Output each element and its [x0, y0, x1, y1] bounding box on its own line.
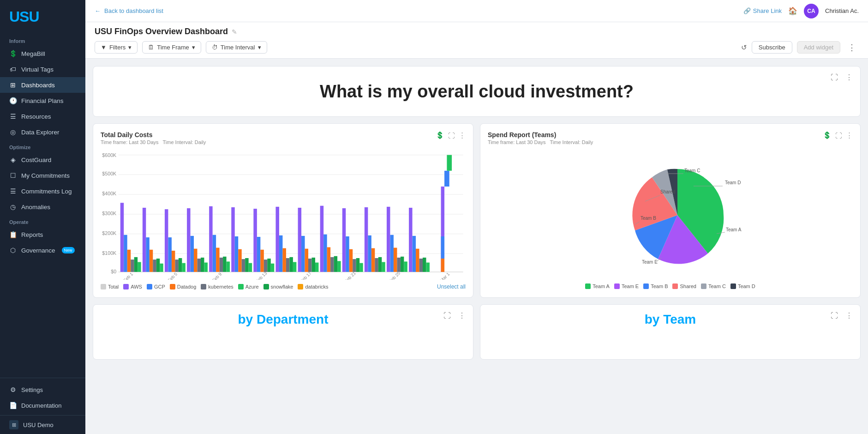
legend-dot-snowflake	[263, 284, 269, 289]
share-link[interactable]: 🔗 Share Link	[743, 7, 782, 14]
legend-item-team-b: Team B	[643, 283, 668, 289]
sidebar-item-dashboards[interactable]: ⊞ Dashboards	[0, 77, 85, 93]
sr-expand-icon[interactable]: ⛶	[835, 132, 842, 139]
svg-text:Feb 5: Feb 5	[167, 271, 178, 280]
legend-label-team-a: Team A	[593, 283, 610, 289]
spend-report-title: Spend Report (Teams)	[488, 131, 593, 139]
team-expand-icon[interactable]: ⛶	[829, 311, 840, 321]
sidebar-item-reports[interactable]: 📋 Reports	[0, 227, 85, 242]
back-to-dashboard[interactable]: ← Back to dashboard list	[95, 7, 163, 14]
refresh-button[interactable]: ↺	[741, 43, 747, 52]
svg-rect-73	[337, 261, 341, 272]
legend-label-gcp: GCP	[154, 284, 165, 289]
legend-item-shared: Shared	[672, 283, 696, 289]
dept-more-icon[interactable]: ⋮	[456, 310, 467, 321]
legend-dot-azure	[238, 284, 244, 289]
hero-card: What is my overall cloud investment? ⛶ ⋮	[93, 66, 861, 117]
svg-rect-15	[124, 235, 127, 272]
svg-rect-18	[134, 257, 138, 272]
demo-icon: ⊞	[9, 420, 18, 429]
timeframe-label: Time Frame	[157, 44, 189, 51]
svg-rect-60	[289, 257, 293, 272]
more-options-button[interactable]: ⋮	[845, 42, 859, 54]
svg-rect-50	[253, 209, 257, 272]
svg-rect-45	[235, 236, 238, 272]
svg-rect-54	[267, 259, 270, 272]
legend-dot-shared	[672, 283, 678, 289]
anomalies-icon: ◷	[9, 203, 17, 211]
sidebar-item-financial-plans[interactable]: 🕐 Financial Plans	[0, 93, 85, 108]
sidebar-item-my-commitments[interactable]: ☐ My Commitments	[0, 168, 85, 183]
svg-rect-83	[375, 258, 378, 272]
home-icon[interactable]: 🏠	[788, 6, 797, 15]
sr-dollar-icon[interactable]: 💲	[823, 131, 832, 139]
tdc-icons: 💲 ⛶ ⋮	[436, 131, 466, 139]
sidebar-label-dashboards: Dashboards	[21, 82, 55, 89]
filter-chevron-icon: ▾	[128, 44, 132, 51]
unselect-all-button[interactable]: Unselect all	[437, 283, 466, 290]
legend-item-team-c: Team C	[701, 283, 726, 289]
sidebar-demo[interactable]: ⊞ USU Demo	[0, 415, 85, 434]
svg-rect-62	[298, 208, 301, 272]
svg-rect-16	[127, 250, 131, 272]
financial-plans-icon: 🕐	[9, 97, 17, 104]
svg-rect-96	[423, 258, 426, 272]
sidebar-item-governance[interactable]: ⬡ Governance New	[0, 242, 85, 258]
tdc-expand-icon[interactable]: ⛶	[448, 132, 455, 139]
interval-button[interactable]: ⏱ Time Interval ▾	[206, 41, 267, 54]
svg-rect-63	[301, 236, 305, 272]
sr-more-icon[interactable]: ⋮	[846, 131, 853, 139]
svg-text:Team A: Team A	[726, 227, 742, 232]
subscribe-button[interactable]: Subscribe	[752, 41, 792, 54]
edit-icon[interactable]: ✎	[232, 28, 237, 36]
legend-item-snowflake: snowflake	[263, 284, 293, 289]
sidebar-item-data-explorer[interactable]: ◎ Data Explorer	[0, 124, 85, 140]
hero-expand-icon[interactable]: ⛶	[829, 72, 840, 83]
sidebar-item-megabill[interactable]: 💲 MegaBill	[0, 46, 85, 61]
svg-rect-38	[209, 206, 212, 272]
filter-button[interactable]: ▼ Filters ▾	[95, 41, 138, 54]
svg-rect-76	[349, 249, 353, 272]
dept-expand-icon[interactable]: ⛶	[442, 311, 453, 321]
svg-text:$300K: $300K	[102, 211, 116, 216]
sidebar-item-documentation[interactable]: 📄 Documentation	[0, 398, 85, 413]
svg-rect-93	[413, 236, 416, 272]
tdc-timeframe: Time frame: Last 30 Days	[101, 139, 159, 145]
legend-dot-databricks	[298, 284, 303, 289]
sidebar-item-settings[interactable]: ⚙ Settings	[0, 382, 85, 398]
logo-text: USU	[9, 8, 39, 25]
legend-dot-gcp	[147, 284, 152, 289]
add-widget-button[interactable]: Add widget	[797, 41, 840, 54]
svg-rect-21	[146, 237, 149, 272]
team-more-icon[interactable]: ⋮	[844, 310, 855, 321]
hero-text: What is my overall cloud investment?	[320, 82, 634, 102]
back-arrow-icon: ←	[95, 7, 101, 14]
legend-dot-team-b	[643, 283, 649, 289]
calendar-icon: 🗓	[148, 44, 154, 51]
svg-text:$200K: $200K	[102, 230, 116, 236]
sidebar-item-virtual-tags[interactable]: 🏷 Virtual Tags	[0, 61, 85, 77]
back-label: Back to dashboard list	[104, 7, 163, 14]
hero-more-icon[interactable]: ⋮	[844, 72, 855, 83]
sidebar-label-resources: Resources	[21, 113, 51, 120]
svg-text:Feb 1: Feb 1	[122, 271, 134, 280]
reports-icon: 📋	[9, 231, 17, 238]
svg-rect-85	[382, 262, 385, 272]
legend-label-team-d: Team D	[738, 283, 755, 289]
sidebar-item-commitments-log[interactable]: ☰ Commitments Log	[0, 183, 85, 199]
sidebar-item-resources[interactable]: ☰ Resources	[0, 108, 85, 124]
sidebar-item-costguard[interactable]: ◈ CostGuard	[0, 152, 85, 168]
svg-rect-101	[441, 236, 444, 259]
timeframe-button[interactable]: 🗓 Time Frame ▾	[142, 41, 201, 54]
tdc-more-icon[interactable]: ⋮	[459, 131, 466, 139]
spend-report-header: Spend Report (Teams) Time frame: Last 30…	[488, 131, 853, 151]
legend-label-shared: Shared	[680, 283, 696, 289]
sidebar-label-documentation: Documentation	[21, 402, 61, 409]
svg-text:Team D: Team D	[725, 180, 741, 185]
megabill-icon: 💲	[9, 50, 17, 57]
tdc-dollar-icon[interactable]: 💲	[436, 131, 444, 139]
svg-rect-66	[311, 258, 315, 272]
svg-rect-69	[323, 235, 327, 272]
sidebar-item-anomalies[interactable]: ◷ Anomalies	[0, 199, 85, 215]
svg-rect-74	[342, 208, 346, 272]
